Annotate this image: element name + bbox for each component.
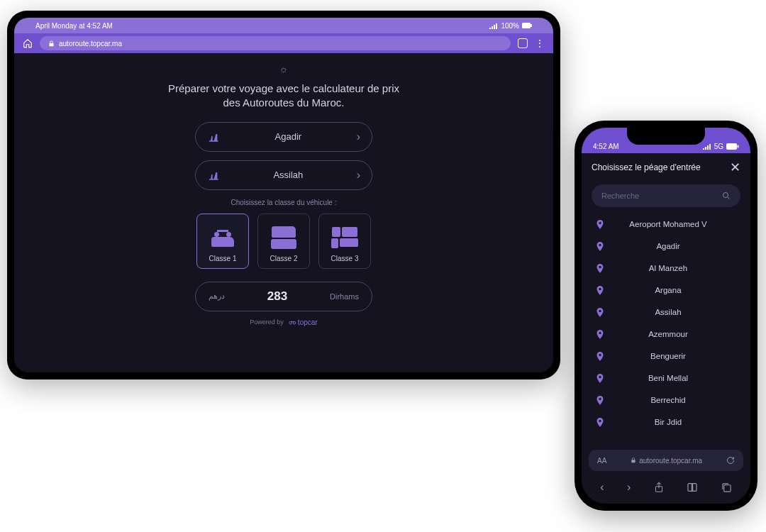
signal-icon <box>489 22 498 29</box>
exit-toll-selector[interactable]: Assilah › <box>195 160 372 190</box>
battery-icon <box>522 23 532 28</box>
theme-toggle-icon[interactable]: ☼ <box>14 63 553 74</box>
signal-icon <box>703 144 711 150</box>
pin-icon <box>596 220 604 228</box>
page-headline: Préparer votre voyage avec le calculateu… <box>163 82 404 111</box>
toll-row[interactable]: Al Manzeh <box>582 257 750 279</box>
topcar-logo: topcar <box>288 318 318 326</box>
pin-icon <box>596 396 604 404</box>
pin-icon <box>596 374 604 382</box>
toll-name: Bir Jdid <box>614 418 736 426</box>
search-icon <box>722 192 731 200</box>
toll-name: Benguerir <box>614 352 736 360</box>
svg-point-6 <box>723 193 728 198</box>
status-time: 4:52 AM <box>593 143 619 150</box>
safari-url-bar[interactable]: AA autoroute.topcar.ma <box>589 450 743 471</box>
toll-row[interactable]: Berrechid <box>582 389 750 411</box>
vehicle-class-2[interactable]: Classe 2 <box>257 214 310 269</box>
toll-name: Al Manzeh <box>614 264 736 272</box>
entry-toll-icon <box>207 131 220 143</box>
app-content: ☼ Préparer votre voyage avec le calculat… <box>14 53 553 326</box>
powered-by: Powered by topcar <box>14 318 553 326</box>
toll-row[interactable]: Argana <box>582 279 750 301</box>
reload-icon[interactable] <box>726 456 735 465</box>
close-icon[interactable]: ✕ <box>730 160 740 175</box>
toll-name: Azemmour <box>614 330 736 338</box>
search-input[interactable] <box>601 192 722 200</box>
pin-icon <box>596 352 604 360</box>
vehicle-class-label: Choisissez la classe du véhicule : <box>14 199 553 206</box>
toll-row[interactable]: Aeroport Mohamed V <box>582 213 750 235</box>
svg-rect-8 <box>724 484 731 491</box>
currency-label: Dirhams <box>330 292 359 301</box>
pin-icon <box>596 264 604 272</box>
tablet-device-frame: April Monday at 4:52 AM 100% autoroute.t… <box>7 11 560 379</box>
powered-prefix: Powered by <box>250 318 284 326</box>
tablet-address-bar: autoroute.topcar.ma ⋮ <box>14 33 553 53</box>
safari-toolbar: ‹ › <box>582 475 750 504</box>
battery-icon <box>726 143 739 150</box>
svg-rect-0 <box>522 23 531 28</box>
entry-toll-label: Agadir <box>275 131 302 142</box>
lock-icon <box>631 458 636 463</box>
pin-icon <box>596 286 604 294</box>
share-icon[interactable] <box>654 482 664 493</box>
class2-icon <box>271 223 296 252</box>
toll-name: Berrechid <box>614 396 736 404</box>
url-input[interactable]: autoroute.topcar.ma <box>40 36 511 50</box>
tablet-screen: April Monday at 4:52 AM 100% autoroute.t… <box>14 18 553 372</box>
class2-label: Classe 2 <box>270 255 298 262</box>
vehicle-class-3[interactable]: Classe 3 <box>318 214 371 269</box>
status-right-cluster: 100% <box>489 22 532 30</box>
pin-icon <box>596 330 604 338</box>
chevron-right-icon: › <box>357 169 360 182</box>
class3-icon <box>331 223 358 252</box>
toll-name: Argana <box>614 286 736 294</box>
toll-row[interactable]: Azemmour <box>582 323 750 345</box>
toll-row[interactable]: Beni Mellal <box>582 367 750 389</box>
back-icon[interactable]: ‹ <box>600 481 604 494</box>
class1-icon <box>211 223 234 252</box>
toll-name: Aeroport Mohamed V <box>614 220 736 228</box>
pin-icon <box>596 418 604 426</box>
price-result: درهم 283 Dirhams <box>195 282 372 311</box>
svg-rect-5 <box>738 145 739 148</box>
forward-icon[interactable]: › <box>627 481 631 494</box>
phone-screen: 4:52 AM 5G Choisissez le péage d'entrée … <box>582 128 750 504</box>
bookmarks-icon[interactable] <box>687 482 698 492</box>
svg-rect-4 <box>726 143 737 150</box>
status-right-cluster: 5G <box>703 143 739 150</box>
entry-toll-selector[interactable]: Agadir › <box>195 122 372 152</box>
toll-row[interactable]: Benguerir <box>582 345 750 367</box>
browser-actions: ⋮ <box>518 38 545 48</box>
search-box[interactable] <box>592 184 740 207</box>
tablet-status-bar: April Monday at 4:52 AM 100% <box>14 18 553 33</box>
home-icon[interactable] <box>23 38 33 48</box>
exit-toll-icon <box>207 169 220 182</box>
menu-icon[interactable]: ⋮ <box>535 38 545 48</box>
tabs-icon[interactable] <box>721 482 732 493</box>
vehicle-class-row: Classe 1 Classe 2 Classe 3 <box>14 214 553 269</box>
url-text: autoroute.topcar.ma <box>59 40 122 48</box>
toll-row[interactable]: Bir Jdid <box>582 411 750 433</box>
toll-row[interactable]: Assilah <box>582 301 750 323</box>
class3-label: Classe 3 <box>331 255 359 262</box>
modal-title: Choisissez le péage d'entrée <box>592 162 701 172</box>
network-label: 5G <box>714 143 723 150</box>
toll-row[interactable]: Agadir <box>582 235 750 257</box>
exit-toll-label: Assilah <box>273 170 303 180</box>
pin-icon <box>596 308 604 316</box>
status-datetime: April Monday at 4:52 AM <box>35 22 113 30</box>
toll-name: Beni Mellal <box>614 374 736 382</box>
price-value: 283 <box>267 289 287 304</box>
vehicle-class-1[interactable]: Classe 1 <box>196 214 249 269</box>
reader-mode-icon[interactable]: AA <box>597 457 606 465</box>
tabs-icon[interactable] <box>518 38 528 48</box>
url-text: autoroute.topcar.ma <box>639 457 702 465</box>
toll-list: Aeroport Mohamed VAgadirAl ManzehArganaA… <box>582 213 750 450</box>
phone-device-frame: 4:52 AM 5G Choisissez le péage d'entrée … <box>574 121 757 511</box>
svg-point-2 <box>289 321 292 324</box>
battery-level: 100% <box>501 22 519 30</box>
pin-icon <box>596 242 604 250</box>
svg-rect-1 <box>531 24 532 27</box>
